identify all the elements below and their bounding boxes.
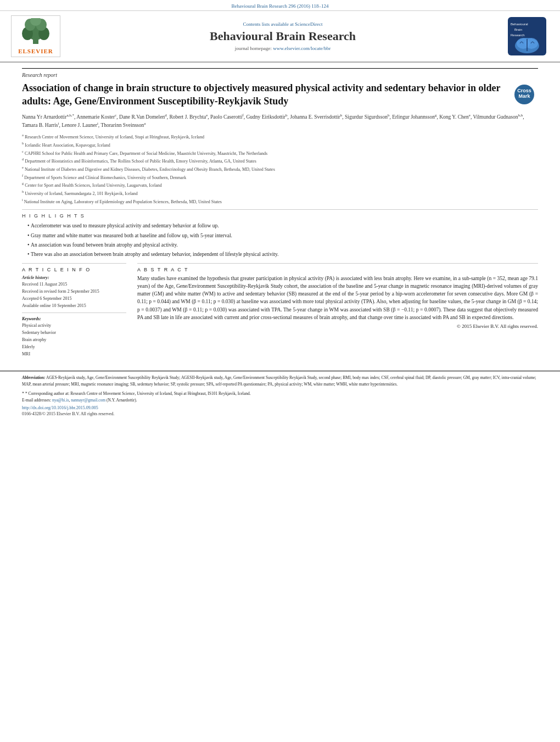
- elsevier-tree-icon: [19, 18, 52, 46]
- highlights-list: Accelerometer was used to measure physic…: [22, 222, 538, 258]
- corresponding-author-note: * * Corresponding author at: Research Ce…: [22, 390, 538, 403]
- email-suffix: (N.Y. Arnardottir).: [107, 398, 137, 403]
- elsevier-brand-text: ELSEVIER: [18, 48, 53, 54]
- elsevier-logo: ELSEVIER: [11, 15, 60, 57]
- svg-text:Mark: Mark: [518, 93, 530, 99]
- abstract-text: Many studies have examined the hypothesi…: [137, 275, 538, 322]
- svg-text:Behavioural: Behavioural: [511, 23, 528, 26]
- affiliation-g: g Center for Sport and Health Sciences, …: [22, 181, 538, 189]
- received-date: Received 11 August 2015: [22, 281, 126, 288]
- journal-title: Behavioural Brain Research: [210, 29, 356, 43]
- available-date: Available online 10 September 2015: [22, 303, 126, 310]
- highlight-item-4: There was also an association between br…: [27, 250, 538, 258]
- keyword-4: Elderly: [22, 344, 126, 351]
- accepted-date: Accepted 6 September 2015: [22, 295, 126, 303]
- journal-top-bar: Behavioural Brain Research 296 (2016) 11…: [0, 0, 560, 11]
- affiliation-d: d Department of Biostatistics and Bioinf…: [22, 157, 538, 165]
- article-type-label: Research report: [22, 68, 538, 78]
- article-info-column: A R T I C L E I N F O Article history: R…: [22, 263, 126, 358]
- highlights-label: H I G H L I G H T S: [22, 209, 538, 219]
- journal-header: ELSEVIER Contents lists available at Sci…: [0, 11, 560, 63]
- journal-homepage: journal homepage: www.elsevier.com/locat…: [235, 46, 331, 51]
- highlight-item-2: Gray matter and white matter was measure…: [27, 232, 538, 239]
- abbreviations-label: Abbreviation:: [22, 375, 46, 380]
- doi-line: http://dx.doi.org/10.1016/j.bbr.2015.09.…: [22, 405, 538, 410]
- affiliation-b: b Icelandic Heart Association, Kopavogur…: [22, 141, 538, 149]
- keywords-label: Keywords:: [22, 316, 126, 321]
- affiliation-a: a Research Centre of Movement Science, U…: [22, 132, 538, 141]
- email-label: E-mail addresses:: [22, 398, 51, 403]
- keyword-2: Sedentary behavior: [22, 330, 126, 337]
- crossmark-logo[interactable]: Cross Mark: [513, 83, 538, 107]
- email-link-1[interactable]: nya@hi.is: [52, 398, 69, 403]
- authors-text: Nanna Yr Arnardottira,b,*, Annemarie Kos…: [22, 114, 524, 128]
- authors-line: Nanna Yr Arnardottira,b,*, Annemarie Kos…: [22, 113, 538, 130]
- keyword-1: Physical activity: [22, 322, 126, 330]
- issn-line: 0166-4328/© 2015 Elsevier B.V. All right…: [22, 411, 538, 416]
- history-label: Article history:: [22, 275, 126, 282]
- article-title: Association of change in brain structure…: [22, 81, 508, 108]
- affiliation-f: f Department of Sports Science and Clini…: [22, 173, 538, 181]
- highlight-item-1: Accelerometer was used to measure physic…: [27, 222, 538, 230]
- affiliation-e: e National Institute of Diabetes and Dig…: [22, 165, 538, 173]
- abbreviations-section: Abbreviation: AGES-Reykjavik study, Age,…: [22, 375, 538, 387]
- journal-homepage-link[interactable]: www.elsevier.com/locate/bbr: [273, 46, 331, 51]
- doi-link[interactable]: http://dx.doi.org/10.1016/j.bbr.2015.09.…: [22, 405, 98, 410]
- keyword-5: MRI: [22, 351, 126, 358]
- article-info-section: A R T I C L E I N F O Article history: R…: [22, 263, 126, 358]
- sciencedirect-link[interactable]: Contents lists available at ScienceDirec…: [243, 21, 323, 27]
- affiliation-i: i National Institute on Aging, Laborator…: [22, 197, 538, 205]
- abstract-column: A B S T R A C T Many studies have examin…: [137, 263, 538, 358]
- svg-text:Cross: Cross: [517, 88, 531, 93]
- crossmark-icon: Cross Mark: [513, 83, 535, 105]
- footer-notes: Abbreviation: AGES-Reykjavik study, Age,…: [0, 371, 560, 416]
- keyword-3: Brain atrophy: [22, 337, 126, 344]
- corresponding-label-text: * Corresponding author at: Research Cent…: [25, 391, 251, 396]
- article-header: Association of change in brain structure…: [22, 81, 538, 108]
- abstract-label: A B S T R A C T: [137, 267, 538, 272]
- journal-citation: Behavioural Brain Research 296 (2016) 11…: [232, 3, 329, 9]
- main-content: Research report Association of change in…: [0, 63, 560, 363]
- affiliation-c: c CAPHRI School for Public Health and Pr…: [22, 149, 538, 157]
- copyright-note: © 2015 Elsevier B.V. All rights reserved…: [137, 323, 538, 329]
- svg-text:Research: Research: [511, 34, 525, 37]
- affiliation-h: h University of Iceland, Saemundargata 2…: [22, 189, 538, 197]
- brain-logo: Behavioural Brain Research: [505, 15, 549, 57]
- journal-info-center: Contents lists available at ScienceDirec…: [66, 15, 500, 57]
- brain-journal-icon: Behavioural Brain Research: [508, 17, 546, 55]
- highlight-item-3: An association was found between brain a…: [27, 241, 538, 249]
- abstract-section: A B S T R A C T Many studies have examin…: [137, 263, 538, 330]
- keywords-list: Physical activity Sedentary behavior Bra…: [22, 322, 126, 358]
- affiliations-section: a Research Centre of Movement Science, U…: [22, 132, 538, 205]
- article-info-label: A R T I C L E I N F O: [22, 267, 126, 272]
- received-revised-date: Received in revised form 2 September 201…: [22, 288, 126, 295]
- abbreviations-text: AGES-Reykjavik study, Age, Gene/Environm…: [22, 375, 536, 386]
- email-link-2[interactable]: nannayr@gmail.com: [71, 398, 105, 403]
- article-info-abstract-section: A R T I C L E I N F O Article history: R…: [22, 263, 538, 358]
- svg-text:Brain: Brain: [514, 28, 522, 31]
- article-history: Article history: Received 11 August 2015…: [22, 275, 126, 314]
